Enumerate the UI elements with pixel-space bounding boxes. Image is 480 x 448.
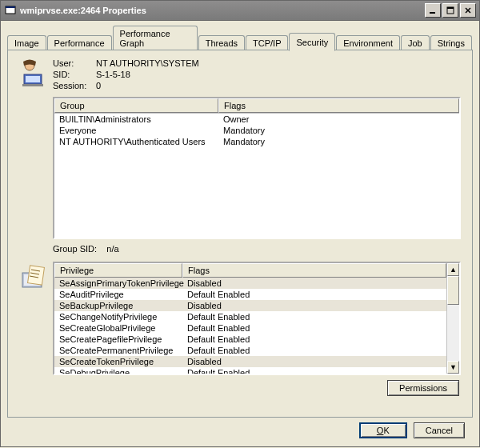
tab-tcpip[interactable]: TCP/IP	[246, 35, 288, 50]
group-col-header[interactable]: Group	[54, 98, 218, 113]
priv-flags-col-header[interactable]: Flags	[182, 263, 446, 278]
session-label: Session:	[53, 81, 96, 90]
ok-button[interactable]: OK	[359, 422, 407, 438]
tab-performance-graph[interactable]: Performance Graph	[113, 26, 198, 50]
privilege-scroll-icon	[19, 262, 48, 298]
session-value: 0	[96, 81, 101, 90]
user-value: NT AUTHORITY\SYSTEM	[96, 58, 199, 68]
tab-performance[interactable]: Performance	[47, 35, 112, 50]
table-row[interactable]: SeCreatePagefilePrivilegeDefault Enabled	[54, 334, 446, 345]
svg-rect-2	[430, 12, 435, 14]
tab-image[interactable]: Image	[7, 35, 46, 50]
permissions-button[interactable]: Permissions	[387, 380, 459, 396]
table-row[interactable]: SeChangeNotifyPrivilegeDefault Enabled	[54, 311, 446, 322]
tab-panel-security: User: NT AUTHORITY\SYSTEM SID: S-1-5-18 …	[7, 50, 473, 418]
tab-strings[interactable]: Strings	[430, 35, 472, 50]
tab-job[interactable]: Job	[401, 35, 430, 50]
group-sid-label: Group SID:	[53, 244, 97, 254]
scroll-thumb[interactable]	[447, 276, 459, 305]
table-row[interactable]: BUILTIN\Administrators Owner	[54, 114, 459, 125]
scroll-down-button[interactable]: ▼	[447, 361, 459, 374]
cancel-button[interactable]: Cancel	[414, 422, 465, 438]
group-list[interactable]: Group Flags BUILTIN\Administrators Owner…	[53, 97, 461, 239]
tab-security[interactable]: Security	[289, 33, 335, 51]
table-row[interactable]: SeCreateGlobalPrivilegeDefault Enabled	[54, 322, 446, 334]
window-title: wmiprvse.exe:2464 Properties	[20, 6, 425, 15]
scroll-up-button[interactable]: ▲	[447, 263, 459, 276]
app-icon	[4, 4, 17, 17]
svg-rect-4	[447, 7, 454, 9]
tab-threads[interactable]: Threads	[198, 35, 245, 50]
table-row[interactable]: SeAuditPrivilegeDefault Enabled	[54, 289, 446, 300]
table-row[interactable]: NT AUTHORITY\Authenticated Users Mandato…	[54, 136, 459, 147]
group-sid-value: n/a	[106, 244, 118, 254]
privilege-list[interactable]: Privilege Flags SeAssignPrimaryTokenPriv…	[53, 262, 461, 375]
maximize-button[interactable]	[442, 3, 458, 18]
tab-environment[interactable]: Environment	[336, 35, 400, 50]
title-bar: wmiprvse.exe:2464 Properties	[0, 0, 480, 21]
svg-rect-13	[28, 266, 45, 285]
dialog-content: Image Performance Performance Graph Thre…	[0, 21, 480, 447]
svg-rect-10	[22, 84, 43, 86]
table-row[interactable]: SeAssignPrimaryTokenPrivilegeDisabled	[54, 278, 446, 289]
table-row[interactable]: SeCreateTokenPrivilegeDisabled	[54, 356, 446, 367]
priv-col-header[interactable]: Privilege	[54, 263, 182, 278]
table-row[interactable]: Everyone Mandatory	[54, 125, 459, 136]
minimize-button[interactable]	[425, 3, 441, 18]
user-label: User:	[53, 58, 96, 68]
sid-label: SID:	[53, 70, 96, 79]
tab-strip: Image Performance Performance Graph Thre…	[7, 26, 473, 50]
close-button[interactable]	[460, 3, 476, 18]
scrollbar[interactable]: ▲ ▼	[446, 263, 459, 374]
computer-user-icon	[19, 58, 48, 87]
sid-value: S-1-5-18	[96, 70, 130, 79]
table-row[interactable]: SeCreatePermanentPrivilegeDefault Enable…	[54, 345, 446, 356]
table-row[interactable]: SeBackupPrivilegeDisabled	[54, 300, 446, 311]
table-row[interactable]: SeDebugPrivilegeDefault Enabled	[54, 367, 446, 374]
group-flags-col-header[interactable]: Flags	[218, 98, 459, 113]
svg-rect-1	[6, 6, 15, 8]
svg-rect-9	[26, 76, 40, 82]
